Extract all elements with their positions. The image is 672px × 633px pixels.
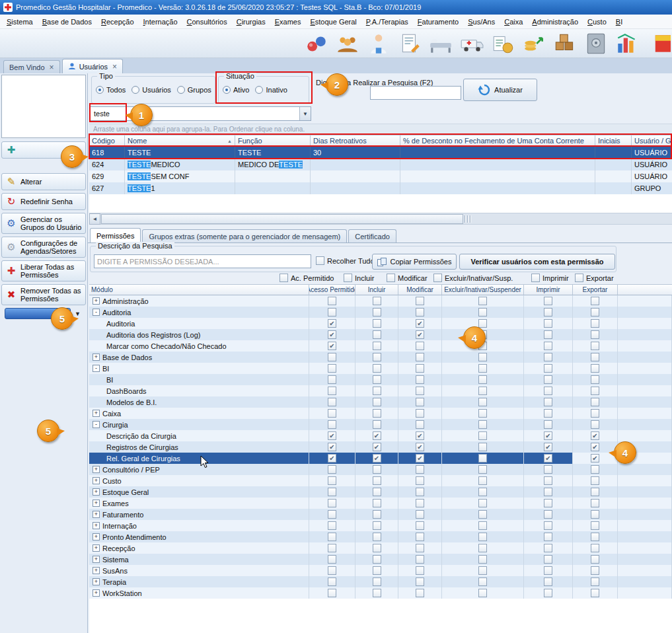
perm-checkbox[interactable]: ✔ (373, 443, 381, 451)
perm-checkbox[interactable] (416, 544, 424, 552)
perm-checkbox[interactable]: ✔ (416, 319, 424, 328)
menu-base-de-dados[interactable]: Base de Dados (38, 16, 96, 28)
perm-checkbox[interactable] (328, 398, 336, 406)
perm-checkbox[interactable] (544, 488, 552, 496)
perm-checkbox[interactable] (328, 465, 336, 474)
perm-checkbox[interactable] (478, 521, 487, 530)
perm-checkbox[interactable] (373, 476, 381, 485)
perm-checkbox[interactable] (373, 353, 381, 361)
checkbox-icon[interactable] (316, 256, 324, 265)
perm-checkbox[interactable] (328, 566, 336, 575)
perm-row-susans-24[interactable]: +SusAns (89, 565, 672, 576)
perm-checkbox[interactable] (416, 465, 424, 474)
perm-checkbox[interactable] (544, 533, 552, 541)
perm-checkbox[interactable] (591, 387, 599, 395)
perm-checkbox[interactable] (544, 319, 552, 328)
perm-checkbox[interactable] (544, 577, 552, 586)
perm-checkbox[interactable] (416, 555, 424, 564)
menu-exames[interactable]: Exames (270, 16, 306, 28)
perm-checkbox[interactable] (544, 353, 552, 361)
perm-checkbox[interactable] (373, 465, 381, 474)
perm-checkbox[interactable] (478, 375, 487, 384)
perm-col-imprimir[interactable]: Imprimir (524, 284, 573, 295)
users-col-de-desconto-no-fechamento-de-uma-conta-corrente[interactable]: % de Desconto no Fechamento de Uma Conta… (400, 135, 595, 147)
tree-expand-icon[interactable]: + (93, 466, 100, 473)
perm-row-cirurgia-11[interactable]: -Cirurgia (89, 419, 672, 430)
users-col-usuario-g[interactable]: Usuário / G (632, 135, 672, 147)
menu-recepcao[interactable]: Recepção (96, 16, 139, 28)
scrollbar-thumb[interactable] (101, 214, 463, 224)
copiar-permissoes-button[interactable]: Copiar Permissões (372, 254, 457, 270)
perm-checkbox[interactable] (416, 409, 424, 418)
user-row-624[interactable]: 624TESTE MEDICOMEDICO DE TESTEUSUÁRIO (89, 159, 672, 170)
perm-checkbox[interactable] (373, 420, 381, 429)
perm-checkbox[interactable] (478, 431, 487, 440)
bi-chart-icon[interactable] (615, 31, 640, 56)
safe-icon[interactable] (583, 31, 609, 56)
perm-row-descricao-da-cirurgia-12[interactable]: Descrição da Cirurgia✔✔✔✔✔ (89, 430, 672, 441)
tree-expand-icon[interactable]: + (93, 297, 100, 305)
perm-row-workstation-26[interactable]: +WorkStation (89, 587, 672, 599)
perm-col-acesso-permitido[interactable]: Acesso Permitido (309, 284, 355, 295)
menu-bi[interactable]: BI (611, 16, 627, 28)
ambulance-icon[interactable] (459, 31, 484, 56)
perm-checkbox[interactable] (478, 533, 487, 541)
perm-checkbox[interactable] (544, 499, 552, 507)
perm-checkbox[interactable] (416, 566, 424, 575)
close-tab-icon[interactable]: × (50, 63, 54, 72)
perm-checkbox[interactable] (416, 308, 424, 316)
perm-checkbox[interactable] (478, 387, 487, 395)
menu-consultorios[interactable]: Consultórios (182, 16, 232, 28)
tree-expand-icon[interactable]: + (93, 544, 100, 552)
radio-todos[interactable]: Todos (96, 86, 126, 94)
perm-checkbox[interactable] (373, 308, 381, 316)
perm-checkbox[interactable] (478, 297, 487, 305)
patients-icon[interactable] (304, 31, 329, 56)
menu-internacao[interactable]: Internação (139, 16, 182, 28)
perm-row-recepcao-22[interactable]: +Recepção (89, 542, 672, 554)
atualizar-button[interactable]: Atualizar (463, 79, 537, 101)
perm-checkbox[interactable] (478, 420, 487, 429)
radio-inativo[interactable]: Inativo (255, 86, 287, 94)
filter-check-excluir-inativar-susp[interactable]: Excluir/Inativar/Susp. (433, 274, 513, 282)
perm-checkbox[interactable] (544, 465, 552, 474)
perm-row-auditoria-2[interactable]: Auditoria✔✔ (89, 318, 672, 329)
tree-expand-icon[interactable]: + (93, 354, 100, 361)
perm-row-exames-18[interactable]: +Exames (89, 498, 672, 509)
perm-row-auditoria-1[interactable]: -Auditoria (89, 307, 672, 318)
perm-checkbox[interactable] (591, 544, 599, 552)
user-row-629[interactable]: 629TESTE SEM CONFUSUÁRIO (89, 170, 672, 182)
perm-checkbox[interactable]: ✔ (544, 454, 552, 463)
perm-row-consultorio-pep-15[interactable]: +Consultório / PEP (89, 464, 672, 475)
radio-grupos[interactable]: Grupos (177, 86, 211, 94)
perm-row-internacao-20[interactable]: +Internação (89, 520, 672, 531)
perm-checkbox[interactable] (328, 499, 336, 507)
menu-estoque-geral[interactable]: Estoque Geral (305, 16, 361, 28)
perm-checkbox[interactable] (373, 544, 381, 552)
perm-checkbox[interactable] (544, 589, 552, 597)
perm-checkbox[interactable] (416, 297, 424, 305)
perm-checkbox[interactable] (416, 398, 424, 406)
tree-expand-icon[interactable]: + (93, 556, 100, 563)
perm-checkbox[interactable]: ✔ (328, 454, 336, 463)
perm-checkbox[interactable] (373, 510, 381, 519)
tree-collapse-icon[interactable]: - (93, 365, 100, 372)
perm-checkbox[interactable]: ✔ (328, 319, 336, 328)
perm-checkbox[interactable] (373, 342, 381, 350)
perm-checkbox[interactable] (591, 364, 599, 373)
perm-checkbox[interactable] (416, 420, 424, 429)
perm-checkbox[interactable] (591, 510, 599, 519)
perm-checkbox[interactable] (591, 589, 599, 597)
perm-checkbox[interactable] (544, 544, 552, 552)
filter-check-exportar[interactable]: Exportar (575, 274, 614, 282)
perm-col-modificar[interactable]: Modificar (398, 284, 442, 295)
perm-checkbox[interactable] (328, 387, 336, 395)
tree-expand-icon[interactable]: + (93, 477, 100, 484)
perm-checkbox[interactable] (328, 308, 336, 316)
filter-check-modificar[interactable]: Modificar (387, 274, 428, 282)
perm-checkbox[interactable] (373, 297, 381, 305)
perm-checkbox[interactable] (328, 510, 336, 519)
perm-checkbox[interactable] (544, 364, 552, 373)
filter-check-incluir[interactable]: Incluir (344, 274, 374, 282)
perm-checkbox[interactable]: ✔ (373, 454, 381, 463)
